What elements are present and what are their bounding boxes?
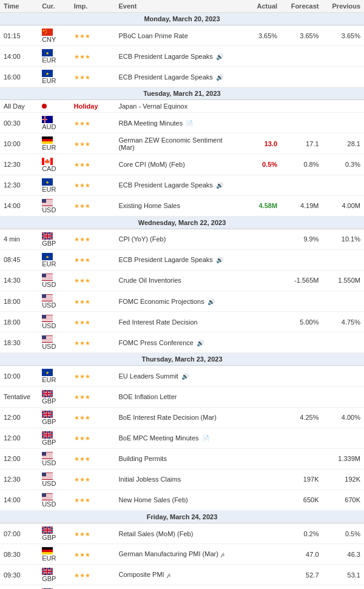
doc-icon: 📄 — [202, 435, 209, 442]
previous-cell: 4.00% — [323, 407, 364, 428]
event-name: ECB President Lagarde Speaks — [118, 256, 212, 263]
importance-cell: ★★★ — [70, 195, 115, 216]
importance-cell: ★★★ — [70, 585, 115, 589]
importance-cell: ★★★ — [70, 332, 115, 353]
previous-cell — [323, 332, 364, 353]
svg-rect-54 — [42, 300, 53, 301]
stars: ★★★ — [74, 277, 90, 284]
previous-cell — [323, 366, 364, 386]
stars: ★★★ — [74, 74, 90, 81]
flag-us — [42, 274, 53, 281]
time-cell: 14:00 — [0, 490, 38, 510]
col-header-previous: Previous — [323, 0, 364, 13]
svg-rect-118 — [42, 499, 53, 500]
col-header-event: Event — [115, 0, 239, 13]
table-row: 12:00 USD ★★★ Building Permits 1.339M — [0, 448, 364, 469]
time-cell: 08:30 — [0, 544, 38, 565]
previous-cell: 3.65% — [323, 25, 364, 46]
event-cell: Manufacturing PMI 𝓅 — [115, 585, 239, 589]
svg-rect-53 — [42, 298, 53, 300]
svg-rect-15 — [42, 136, 53, 139]
event-name: EU Leaders Summit — [118, 372, 178, 380]
previous-cell: 0.5% — [323, 523, 364, 544]
time-cell: 12:00 — [0, 448, 38, 469]
col-header-cur: Cur. — [38, 0, 70, 13]
time-cell: 07:00 — [0, 523, 38, 544]
event-cell: PBoC Loan Prime Rate — [115, 25, 239, 46]
time-cell: 14:30 — [0, 270, 38, 291]
stars: ★★★ — [74, 257, 90, 263]
flag-us — [42, 473, 53, 480]
table-row: Tentative GBP ★★★ BOE Inflation Letter — [0, 386, 364, 407]
actual-cell — [240, 366, 281, 386]
actual-cell: 3.65% — [240, 25, 281, 46]
currency-code: EUR — [42, 186, 56, 193]
currency-code: EUR — [42, 260, 56, 268]
table-row: 12:00 GBP ★★★ BoE Interest Rate Decision… — [0, 407, 364, 428]
actual-cell — [240, 46, 281, 67]
table-row: 00:30 AUD ★★★ RBA Meeting Minutes 📄 — [0, 113, 364, 133]
currency-code: CNY — [42, 36, 56, 43]
svg-rect-112 — [42, 473, 46, 476]
previous-cell: 28.1 — [323, 133, 364, 154]
svg-rect-111 — [42, 478, 53, 479]
previous-cell: 4.75% — [323, 312, 364, 332]
time-cell: 18:00 — [0, 291, 38, 312]
event-cell: ECB President Lagarde Speaks 🔊 — [115, 175, 239, 195]
table-row: 18:00 USD ★★★ FOMC Economic Projections … — [0, 291, 364, 312]
event-name: Core CPI (MoM) (Feb) — [118, 161, 184, 168]
actual-cell — [240, 585, 281, 589]
importance-cell: ★★★ — [70, 386, 115, 407]
svg-rect-128 — [42, 530, 53, 531]
actual-cell — [240, 407, 281, 428]
currency-code: USD — [42, 500, 56, 508]
event-name: Crude Oil Inventories — [118, 277, 181, 284]
table-row: 12:00 GBP ★★★ BoE MPC Meeting Minutes 📄 — [0, 428, 364, 448]
section-header: Thursday, March 23, 2023 — [0, 353, 364, 366]
col-header-time: Time — [0, 0, 38, 13]
svg-rect-89 — [42, 414, 53, 415]
svg-rect-105 — [42, 452, 46, 456]
forecast-cell: 50.0 — [281, 585, 322, 589]
section-title: Tuesday, March 21, 2023 — [0, 87, 364, 100]
event-name: PBoC Loan Prime Rate — [118, 32, 187, 39]
table-row: 01:15 CNY ★★★ PBoC Loan Prime Rate 3.65%… — [0, 25, 364, 46]
actual-cell — [240, 175, 281, 195]
event-cell: New Home Sales (Feb) — [115, 490, 239, 510]
currency-code: GBP — [42, 534, 56, 541]
forecast-cell: 5.00% — [281, 312, 322, 332]
currency-cell: USD — [38, 490, 70, 510]
stars: ★★★ — [74, 414, 90, 421]
forecast-cell: 47.0 — [281, 544, 322, 565]
forecast-cell — [281, 366, 322, 386]
flag-eu: ★ — [42, 70, 53, 77]
actual-cell: 4.58M — [240, 195, 281, 216]
speaker-icon: 🔊 — [197, 340, 204, 346]
svg-rect-47 — [42, 279, 53, 280]
importance-cell: ★★★ — [70, 407, 115, 428]
time-cell: 12:00 — [0, 407, 38, 428]
event-name: Building Permits — [118, 455, 166, 462]
event-name: Existing Home Sales — [118, 202, 180, 209]
flag-gb — [42, 431, 53, 439]
time-cell: 09:30 — [0, 565, 38, 585]
svg-rect-104 — [42, 457, 53, 459]
flag-gb — [42, 411, 53, 418]
stars: ★★★ — [74, 497, 90, 503]
importance-cell: ★★★ — [70, 490, 115, 510]
time-cell: All Day — [0, 100, 38, 113]
svg-rect-14 — [45, 116, 46, 123]
stars: ★★★ — [74, 141, 90, 147]
event-cell: FOMC Economic Projections 🔊 — [115, 291, 239, 312]
event-cell: BoE Interest Rate Decision (Mar) — [115, 407, 239, 428]
stars: ★★★ — [74, 373, 90, 380]
event-cell: RBA Meeting Minutes 📄 — [115, 113, 239, 133]
event-cell: CPI (YoY) (Feb) — [115, 229, 239, 249]
time-cell: 09:30 — [0, 585, 38, 589]
event-cell: ECB President Lagarde Speaks 🔊 — [115, 67, 239, 87]
time-cell: 14:00 — [0, 46, 38, 67]
forecast-cell: 17.1 — [281, 133, 322, 154]
currency-cell: EUR — [38, 544, 70, 565]
table-row: 09:30 GBP ★★★ Composite PMI 𝓅 52.7 53.1 — [0, 565, 364, 585]
forecast-cell: 3.65% — [281, 25, 322, 46]
